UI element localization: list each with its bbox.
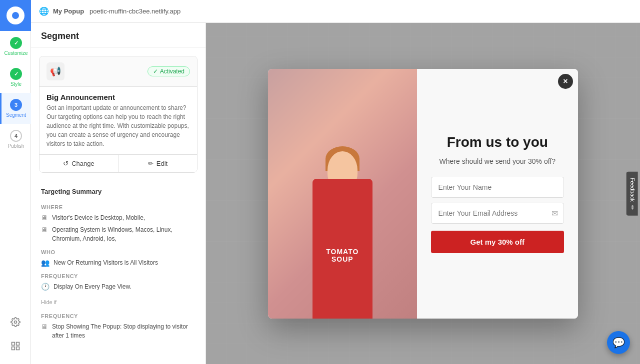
popup-modal: × TOMATO SOUP bbox=[268, 69, 578, 319]
activated-badge: ✓ Activated bbox=[148, 66, 190, 76]
edit-button[interactable]: ✏ Edit bbox=[118, 155, 197, 172]
popup-image: TOMATO SOUP bbox=[268, 69, 417, 319]
frequency-label: FREQUENCY bbox=[41, 273, 196, 279]
where-row-2: 🖥 Operating System is Windows, Macos, Li… bbox=[41, 225, 196, 243]
svg-rect-4 bbox=[16, 347, 19, 350]
cta-button[interactable]: Get my 30% off bbox=[431, 231, 564, 253]
popup-close-button[interactable]: × bbox=[558, 74, 573, 89]
frequency-row-1: 🕐 Display On Every Page View. bbox=[41, 282, 196, 291]
svg-point-0 bbox=[14, 321, 16, 324]
close-icon: × bbox=[563, 77, 568, 86]
segment-card: 📢 ✓ Activated Big Announcement Got an im… bbox=[39, 56, 198, 173]
card-title: Big Announcement bbox=[40, 87, 197, 103]
sidebar-item-customize[interactable]: ✓ Customize bbox=[0, 31, 31, 62]
panel-title: Segment bbox=[41, 31, 79, 41]
logo-dot bbox=[12, 12, 19, 19]
where-text-2: Operating System is Windows, Macos, Linu… bbox=[52, 225, 196, 243]
email-icon: ✉ bbox=[552, 209, 558, 218]
publish-label: Publish bbox=[8, 143, 24, 149]
popup-title: From us to you bbox=[447, 134, 548, 151]
image-text-line2: SOUP bbox=[326, 256, 358, 263]
popup-subtitle: Where should we send your 30% off? bbox=[440, 156, 556, 167]
tomato-text: TOMATO SOUP bbox=[326, 248, 358, 263]
left-panel: Segment 📢 ✓ Activated Big Announcement G… bbox=[31, 23, 206, 364]
targeting-summary-title: Targeting Summary bbox=[31, 181, 206, 198]
where-label: WHERE bbox=[41, 204, 196, 210]
change-button[interactable]: ↺ Change bbox=[40, 155, 118, 172]
svg-rect-2 bbox=[16, 343, 19, 346]
customize-label: Customize bbox=[4, 50, 28, 56]
site-url: My Popup poetic-muffin-cbc3ee.netlify.ap… bbox=[53, 7, 180, 15]
change-label: Change bbox=[72, 160, 94, 167]
image-text-line1: TOMATO bbox=[326, 248, 358, 255]
step-style: ✓ bbox=[10, 68, 22, 80]
who-text-1: New Or Returning Visitors is All Visitor… bbox=[54, 258, 158, 267]
settings-icon[interactable] bbox=[6, 312, 26, 332]
logo-inner bbox=[6, 6, 24, 24]
clock-icon: 🕐 bbox=[41, 283, 50, 291]
who-label: WHO bbox=[41, 249, 196, 255]
email-input-wrap: ✉ bbox=[431, 203, 564, 224]
step-publish: 4 bbox=[10, 130, 22, 142]
frequency-text-1: Display On Every Page View. bbox=[54, 282, 132, 291]
where-text-1: Visitor's Device is Desktop, Mobile, bbox=[52, 213, 145, 222]
chat-bubble[interactable]: 💬 bbox=[607, 331, 630, 354]
panel-header: Segment bbox=[31, 23, 206, 48]
person-figure: TOMATO SOUP bbox=[268, 69, 417, 319]
edit-icon: ✏ bbox=[148, 160, 154, 167]
hide-row-1: 🖥 Stop Showing The Popup: Stop displayin… bbox=[41, 322, 196, 340]
style-label: Style bbox=[10, 81, 22, 87]
who-row-1: 👥 New Or Returning Visitors is All Visit… bbox=[41, 258, 196, 267]
feedback-label: Feedback bbox=[629, 177, 635, 201]
card-header: 📢 ✓ Activated bbox=[40, 56, 197, 87]
sidebar-item-publish[interactable]: 4 Publish bbox=[0, 124, 31, 155]
step-segment: 3 bbox=[10, 99, 22, 111]
card-icon: 📢 bbox=[46, 62, 64, 80]
check-icon: ✓ bbox=[153, 68, 158, 75]
stop-icon: 🖥 bbox=[41, 323, 48, 331]
sidebar-nav: ✓ Customize ✓ Style 3 Segment 4 Publish bbox=[0, 0, 31, 364]
app-title: My Popup bbox=[53, 7, 84, 15]
step-customize: ✓ bbox=[10, 37, 22, 49]
sidebar-item-segment[interactable]: 3 Segment bbox=[0, 93, 31, 124]
feedback-tab[interactable]: Feedback ✏ bbox=[626, 171, 638, 215]
top-bar: 🌐 My Popup poetic-muffin-cbc3ee.netlify.… bbox=[31, 0, 640, 23]
monitor-icon-1: 🖥 bbox=[41, 214, 48, 222]
svg-rect-3 bbox=[12, 347, 14, 350]
edit-label: Edit bbox=[156, 160, 168, 167]
main-content: 🌐 My Popup poetic-muffin-cbc3ee.netlify.… bbox=[31, 0, 640, 364]
hide-frequency-label: FREQUENCY bbox=[41, 313, 196, 319]
monitor-icon-2: 🖥 bbox=[41, 226, 48, 234]
hide-text-1: Stop Showing The Popup: Stop displaying … bbox=[52, 322, 196, 340]
nav-bottom bbox=[6, 312, 26, 364]
hide-if-label: Hide if bbox=[31, 294, 206, 307]
person-body: TOMATO SOUP bbox=[312, 179, 372, 319]
content-area: Segment 📢 ✓ Activated Big Announcement G… bbox=[31, 23, 640, 364]
popup-content: From us to you Where should we send your… bbox=[417, 69, 578, 319]
popup-overlay: × TOMATO SOUP bbox=[206, 23, 640, 364]
name-input[interactable] bbox=[431, 177, 564, 198]
segment-label: Segment bbox=[6, 112, 26, 118]
cta-label: Get my 30% off bbox=[470, 238, 524, 246]
hide-summary-section: FREQUENCY 🖥 Stop Showing The Popup: Stop… bbox=[31, 313, 206, 340]
apps-icon[interactable] bbox=[6, 336, 26, 356]
app-logo[interactable] bbox=[0, 0, 31, 31]
globe-icon: 🌐 bbox=[39, 6, 49, 16]
svg-rect-1 bbox=[12, 343, 14, 346]
refresh-icon: ↺ bbox=[63, 160, 68, 167]
popup-image-bg: TOMATO SOUP bbox=[268, 69, 417, 319]
email-input[interactable] bbox=[431, 203, 564, 224]
status-text: Activated bbox=[160, 68, 184, 75]
app-site-url: poetic-muffin-cbc3ee.netlify.app bbox=[90, 7, 180, 15]
preview-area: × TOMATO SOUP bbox=[206, 23, 640, 364]
feedback-icon: ✏ bbox=[629, 205, 635, 210]
sidebar-item-style[interactable]: ✓ Style bbox=[0, 62, 31, 93]
users-icon: 👥 bbox=[41, 259, 50, 267]
where-row-1: 🖥 Visitor's Device is Desktop, Mobile, bbox=[41, 213, 196, 222]
chat-icon: 💬 bbox=[612, 337, 625, 349]
summary-section: WHERE 🖥 Visitor's Device is Desktop, Mob… bbox=[31, 204, 206, 291]
card-actions: ↺ Change ✏ Edit bbox=[40, 154, 197, 172]
card-description: Got an important update or announcement … bbox=[40, 103, 197, 154]
